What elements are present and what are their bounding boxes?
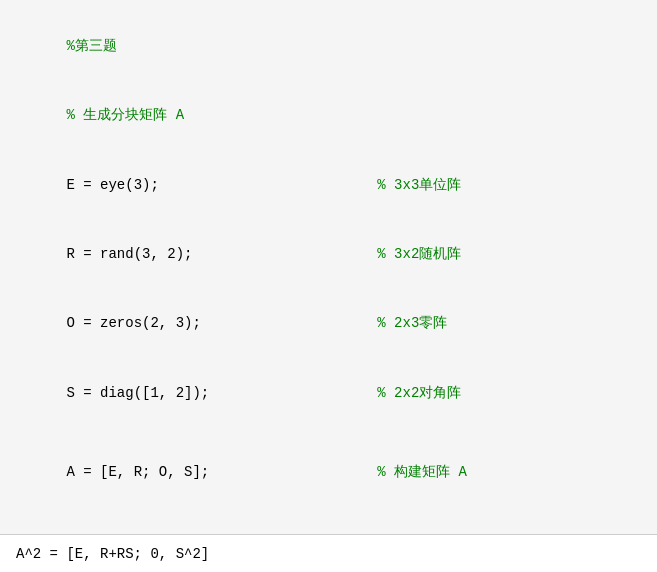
line-o: O = zeros(2, 3); % 2x3零阵 [16, 289, 641, 358]
comment-r: % 3x2随机阵 [377, 246, 461, 262]
blank1 [16, 428, 641, 438]
code-area: %第三题 % 生成分块矩阵 A E = eye(3); % 3x3单位阵 R =… [0, 0, 657, 534]
code-e: E = eye(3); [66, 177, 377, 193]
line-title: %第三题 [16, 12, 641, 81]
comment-a: % 构建矩阵 A [377, 464, 467, 480]
line-section1: % 生成分块矩阵 A [16, 81, 641, 150]
title-comment: %第三题 [66, 38, 116, 54]
main-container: %第三题 % 生成分块矩阵 A E = eye(3); % 3x3单位阵 R =… [0, 0, 657, 572]
line-section2: % 计算 A^2 [16, 517, 641, 534]
comment-o: % 2x3零阵 [377, 315, 447, 331]
code-r: R = rand(3, 2); [66, 246, 377, 262]
output-area: A^2 = [E, R+RS; 0, S^2] [0, 534, 657, 572]
line-s: S = diag([1, 2]); % 2x2对角阵 [16, 358, 641, 427]
output-text: A^2 = [E, R+RS; 0, S^2] [16, 546, 209, 562]
code-s: S = diag([1, 2]); [66, 385, 377, 401]
code-o: O = zeros(2, 3); [66, 315, 377, 331]
blank2 [16, 507, 641, 517]
code-a: A = [E, R; O, S]; [66, 464, 377, 480]
comment-e: % 3x3单位阵 [377, 177, 461, 193]
line-e: E = eye(3); % 3x3单位阵 [16, 151, 641, 220]
comment-s: % 2x2对角阵 [377, 385, 461, 401]
line-a: A = [E, R; O, S]; % 构建矩阵 A [16, 438, 641, 507]
section1-comment: % 生成分块矩阵 A [66, 107, 184, 123]
line-r: R = rand(3, 2); % 3x2随机阵 [16, 220, 641, 289]
